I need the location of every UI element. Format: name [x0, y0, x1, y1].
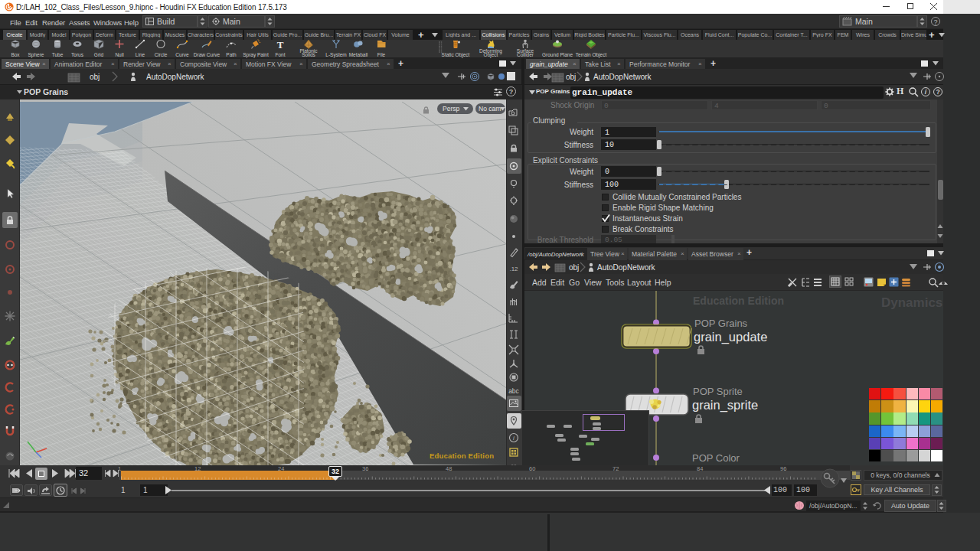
svg-text:Education Edition: Education Edition — [430, 452, 494, 460]
svg-text:i: i — [513, 435, 514, 442]
svg-text:.12: .12 — [509, 266, 518, 272]
svg-text:abc: abc — [508, 387, 519, 395]
svg-text:T: T — [277, 39, 284, 51]
